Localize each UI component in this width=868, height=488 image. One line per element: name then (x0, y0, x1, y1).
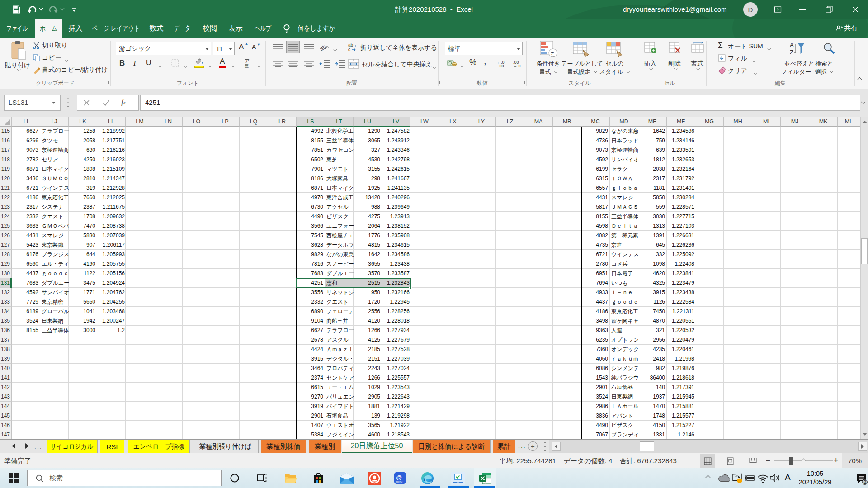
svg-text:.00: .00 (498, 64, 504, 68)
svg-text:≠: ≠ (551, 50, 554, 56)
svg-text:→.0: →.0 (513, 64, 521, 68)
svg-text:menu: menu (396, 480, 402, 483)
svg-text:A: A (790, 42, 794, 48)
svg-text:ab: ab (319, 43, 327, 52)
svg-text:Z: Z (790, 49, 793, 56)
svg-text:2: 2 (863, 480, 866, 485)
svg-text:c: c (348, 47, 350, 52)
svg-text:@: @ (396, 474, 402, 481)
